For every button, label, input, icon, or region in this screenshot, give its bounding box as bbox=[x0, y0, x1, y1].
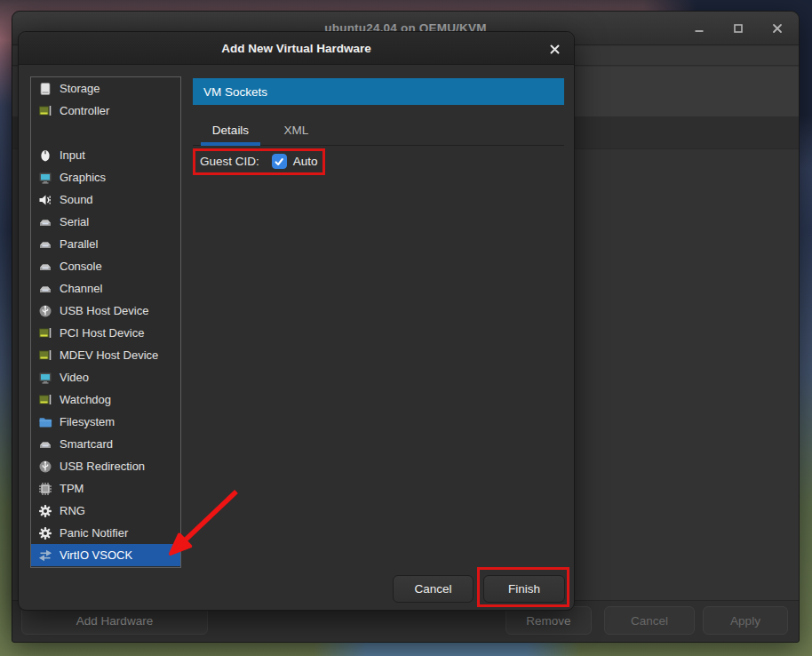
folder-icon bbox=[38, 415, 52, 429]
sidebar-item-graphics[interactable]: Graphics bbox=[31, 166, 180, 188]
add-hardware-dialog: Add New Virtual Hardware StorageControll… bbox=[18, 31, 575, 611]
sidebar-item-video[interactable]: Video bbox=[31, 366, 180, 388]
device-icon bbox=[38, 237, 52, 252]
annotation-box-finish bbox=[477, 567, 569, 607]
device-icon bbox=[38, 437, 52, 452]
sidebar-item-console[interactable]: Console bbox=[31, 255, 180, 277]
cancel-button-dialog[interactable]: Cancel bbox=[393, 575, 474, 603]
sidebar-item-parallel[interactable]: Parallel bbox=[31, 233, 180, 255]
controller-icon bbox=[38, 348, 52, 363]
annotation-box-guest-cid bbox=[193, 148, 325, 175]
controller-icon bbox=[38, 393, 52, 407]
sidebar-item-virtio-vsock[interactable]: VirtIO VSOCK bbox=[31, 544, 180, 566]
sidebar-item-usb-redirection[interactable]: USB Redirection bbox=[31, 455, 180, 477]
sidebar-item-label: Storage bbox=[60, 82, 100, 95]
sidebar-item-filesystem[interactable]: Filesystem bbox=[31, 411, 180, 433]
sidebar-item-rng[interactable]: RNG bbox=[31, 500, 180, 522]
sidebar-item-label: Graphics bbox=[60, 171, 106, 184]
dialog-title: Add New Virtual Hardware bbox=[221, 42, 371, 55]
device-icon bbox=[38, 215, 52, 229]
sidebar-item-tpm[interactable]: TPM bbox=[31, 477, 180, 500]
sidebar-item-label: USB Redirection bbox=[60, 460, 145, 473]
vsock-icon bbox=[38, 548, 52, 563]
device-icon bbox=[38, 260, 52, 274]
sidebar-item-label: USB Host Device bbox=[60, 304, 148, 317]
device-icon bbox=[38, 282, 52, 296]
hardware-type-list: StorageControllerInputGraphicsSoundSeria… bbox=[30, 76, 181, 568]
sidebar-item-label: Parallel bbox=[60, 237, 98, 251]
sidebar-item-label: Console bbox=[60, 260, 102, 273]
sound-icon bbox=[38, 193, 52, 207]
tab-xml[interactable]: XML bbox=[272, 115, 321, 145]
graphics-icon bbox=[38, 171, 52, 185]
sidebar-item-label: PCI Host Device bbox=[60, 326, 144, 340]
graphics-icon bbox=[38, 371, 52, 385]
sidebar-item-controller[interactable]: Controller bbox=[31, 100, 180, 122]
sidebar-item-label: Panic Notifier bbox=[60, 526, 128, 540]
sidebar-item-label: RNG bbox=[60, 504, 85, 517]
sidebar-item-label: Video bbox=[60, 371, 89, 384]
dialog-titlebar[interactable]: Add New Virtual Hardware bbox=[19, 32, 574, 65]
apply-button[interactable]: Apply bbox=[703, 606, 788, 635]
sidebar-item-label: Channel bbox=[60, 282, 102, 295]
sidebar-item-label: Smartcard bbox=[60, 437, 113, 451]
controller-icon bbox=[38, 104, 52, 118]
sidebar-item-empty bbox=[31, 122, 180, 144]
panel-header: VM Sockets bbox=[193, 78, 564, 105]
sidebar-item-channel[interactable]: Channel bbox=[31, 277, 180, 300]
sidebar-item-smartcard[interactable]: Smartcard bbox=[31, 433, 180, 455]
sidebar-item-panic-notifier[interactable]: Panic Notifier bbox=[31, 522, 180, 544]
sidebar-item-usb-host-device[interactable]: USB Host Device bbox=[31, 300, 180, 322]
sidebar-item-serial[interactable]: Serial bbox=[31, 211, 180, 233]
sidebar-item-label: Sound bbox=[60, 193, 93, 206]
sidebar-item-label: Input bbox=[60, 148, 85, 162]
sidebar-item-sound[interactable]: Sound bbox=[31, 188, 180, 211]
sidebar-item-label: MDEV Host Device bbox=[60, 348, 158, 362]
gear-icon bbox=[38, 526, 52, 540]
annotation-arrow bbox=[160, 480, 249, 569]
usb-icon bbox=[38, 460, 52, 474]
sidebar-item-pci-host-device[interactable]: PCI Host Device bbox=[31, 322, 180, 344]
window-controls bbox=[692, 12, 784, 45]
gear-icon bbox=[38, 504, 52, 518]
storage-icon bbox=[38, 82, 52, 96]
sidebar-item-label: Controller bbox=[60, 104, 109, 117]
controller-icon bbox=[38, 326, 52, 340]
dialog-close-icon[interactable] bbox=[545, 39, 564, 59]
tab-details[interactable]: Details bbox=[201, 115, 260, 145]
sidebar-item-label: TPM bbox=[60, 482, 84, 495]
sidebar-item-input[interactable]: Input bbox=[31, 144, 180, 166]
maximize-icon[interactable] bbox=[731, 21, 745, 36]
sidebar-item-label: Watchdog bbox=[60, 393, 111, 406]
sidebar-item-storage[interactable]: Storage bbox=[31, 77, 180, 100]
input-icon bbox=[38, 148, 52, 163]
chip-icon bbox=[38, 482, 52, 496]
sidebar-item-watchdog[interactable]: Watchdog bbox=[31, 388, 180, 411]
panel-header-label: VM Sockets bbox=[203, 85, 267, 99]
sidebar-item-label: Serial bbox=[60, 215, 89, 228]
minimize-icon[interactable] bbox=[692, 21, 706, 36]
sidebar-item-label: Filesystem bbox=[60, 415, 115, 428]
sidebar-item-mdev-host-device[interactable]: MDEV Host Device bbox=[31, 344, 180, 366]
desktop: ubuntu24.04 on QEMU/KVM bbox=[0, 0, 812, 656]
cancel-button-window[interactable]: Cancel bbox=[604, 606, 695, 635]
sidebar-item-label: VirtIO VSOCK bbox=[60, 548, 132, 562]
tabs-bar: Details XML bbox=[193, 105, 564, 146]
usb-icon bbox=[38, 304, 52, 318]
close-icon[interactable] bbox=[770, 21, 784, 36]
